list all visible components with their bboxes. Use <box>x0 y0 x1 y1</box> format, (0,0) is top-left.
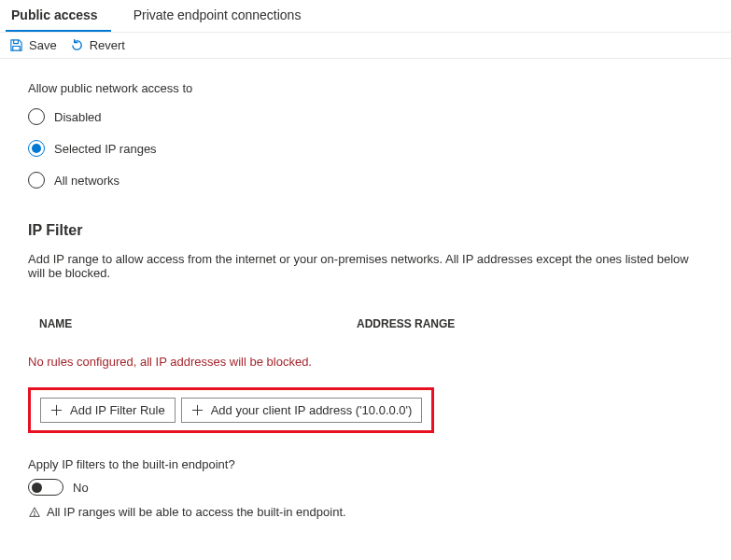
button-label: Add your client IP address ('10.0.0.0') <box>211 403 413 417</box>
content: Allow public network access to Disabled … <box>0 59 731 541</box>
builtin-endpoint-label: Apply IP filters to the built-in endpoin… <box>28 457 703 471</box>
plus-icon <box>50 404 63 416</box>
toolbar: Save Revert <box>0 33 731 59</box>
tab-private-endpoint[interactable]: Private endpoint connections <box>128 0 315 32</box>
networking-tabs: Public access Private endpoint connectio… <box>0 0 731 33</box>
radio-label: Selected IP ranges <box>54 142 157 156</box>
svg-point-0 <box>35 514 35 515</box>
add-client-ip-button[interactable]: Add your client IP address ('10.0.0.0') <box>181 398 423 423</box>
ip-filter-table-header: NAME ADDRESS RANGE <box>28 308 703 340</box>
save-label: Save <box>29 38 57 52</box>
radio-circle-icon <box>28 108 45 125</box>
builtin-info: All IP ranges will be able to access the… <box>28 505 703 519</box>
column-name: NAME <box>39 317 357 330</box>
plus-icon <box>191 404 204 416</box>
radio-selected-ip[interactable]: Selected IP ranges <box>28 140 703 157</box>
radio-label: Disabled <box>54 110 102 124</box>
save-button[interactable]: Save <box>9 38 57 52</box>
save-icon <box>9 38 23 52</box>
access-label: Allow public network access to <box>28 81 703 95</box>
radio-circle-icon <box>28 172 45 189</box>
add-ip-filter-rule-button[interactable]: Add IP Filter Rule <box>40 398 176 423</box>
radio-label: All networks <box>54 174 119 188</box>
column-address-range: ADDRESS RANGE <box>357 317 455 330</box>
revert-label: Revert <box>90 38 125 52</box>
builtin-info-text: All IP ranges will be able to access the… <box>47 505 346 519</box>
builtin-endpoint-toggle[interactable] <box>28 479 63 496</box>
revert-icon <box>70 38 84 52</box>
warning-icon <box>28 506 41 519</box>
toggle-value: No <box>73 481 89 495</box>
revert-button[interactable]: Revert <box>70 38 125 52</box>
radio-disabled[interactable]: Disabled <box>28 108 703 125</box>
access-radio-group: Disabled Selected IP ranges All networks <box>28 108 703 189</box>
ip-filter-description: Add IP range to allow access from the in… <box>28 252 703 280</box>
tab-public-access[interactable]: Public access <box>6 0 111 32</box>
ip-filter-heading: IP Filter <box>28 222 703 239</box>
button-label: Add IP Filter Rule <box>70 403 165 417</box>
radio-circle-icon <box>28 140 45 157</box>
no-rules-message: No rules configured, all IP addresses wi… <box>28 355 703 369</box>
highlighted-actions: Add IP Filter Rule Add your client IP ad… <box>28 387 434 433</box>
radio-all-networks[interactable]: All networks <box>28 172 703 189</box>
builtin-toggle-row: No <box>28 479 703 496</box>
